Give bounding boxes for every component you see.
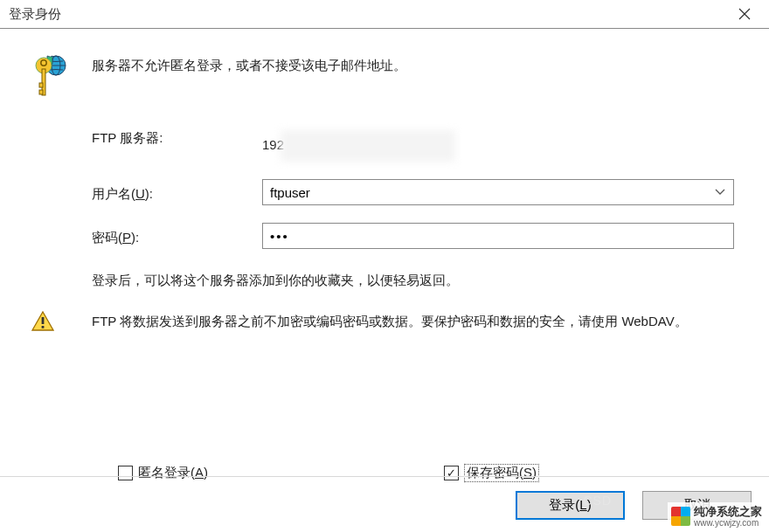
warning-icon [31,311,54,332]
svg-rect-8 [39,83,43,87]
watermark-text: 纯净系统之家 [694,505,762,518]
username-combo[interactable] [262,179,734,205]
warning-icon-cell [26,309,92,332]
titlebar: 登录身份 [0,0,769,29]
button-divider [0,476,769,477]
svg-rect-12 [42,326,45,328]
anonymous-label: 匿名登录(A) [138,465,208,481]
csdn-watermark: CSD [583,494,612,508]
favorites-hint: 登录后，可以将这个服务器添加到你的收藏夹，以便轻易返回。 [92,268,743,292]
checkbox-box [118,466,133,480]
svg-rect-9 [39,90,43,94]
watermark-url: www.ycwjzy.com [694,518,762,528]
server-value: 192 [262,127,743,162]
password-label: 密码(P): [92,226,262,246]
savepw-checkbox[interactable]: 保存密码(S) [444,464,539,482]
dialog-content: 服务器不允许匿名登录，或者不接受该电子邮件地址。 FTP 服务器: 192 用户… [0,29,769,482]
key-icon-cell [26,53,92,102]
svg-rect-11 [42,317,45,324]
close-button[interactable] [727,1,762,27]
close-icon [738,8,751,20]
username-input[interactable] [262,179,734,205]
site-watermark: 纯净系统之家 www.ycwjzy.com [668,502,766,529]
password-input[interactable] [262,223,734,249]
watermark-logo-icon [671,507,690,526]
window-title: 登录身份 [9,6,61,23]
savepw-label: 保存密码(S) [464,464,539,482]
server-label: FTP 服务器: [92,127,262,147]
checkbox-box [444,466,459,480]
dialog-message: 服务器不允许匿名登录，或者不接受该电子邮件地址。 [92,53,743,77]
key-globe-icon [26,53,72,102]
anonymous-checkbox[interactable]: 匿名登录(A) [118,465,208,481]
username-label: 用户名(U): [92,183,262,203]
security-warning: FTP 将数据发送到服务器之前不加密或编码密码或数据。要保护密码和数据的安全，请… [92,309,743,333]
